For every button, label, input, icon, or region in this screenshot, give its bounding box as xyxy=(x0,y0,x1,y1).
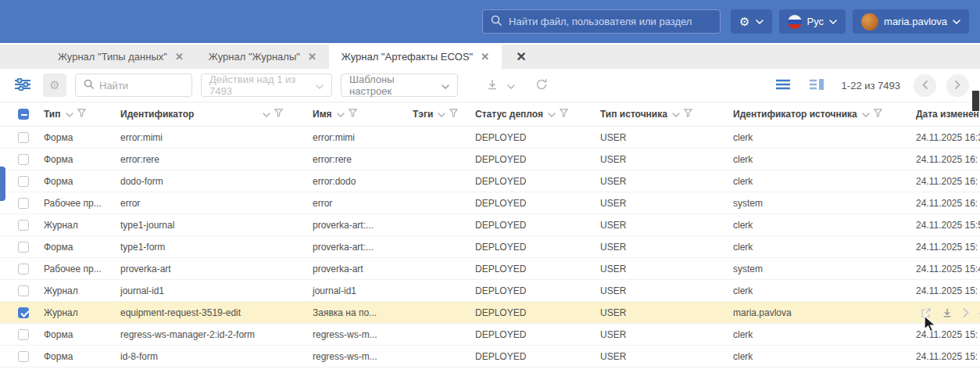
table-row[interactable]: Журнал equipment-request-3519-edit Заявк… xyxy=(0,302,980,324)
table-row[interactable]: Рабочее пр... error error DEPLOYED USER … xyxy=(0,192,980,214)
filter-icon[interactable] xyxy=(560,109,568,120)
cell-deploy-status: DEPLOYED xyxy=(469,264,594,274)
cell-source-type: USER xyxy=(594,351,727,362)
column-header-source-id[interactable]: Идентификатор источника xyxy=(727,109,910,120)
language-switcher[interactable]: Рус xyxy=(779,9,846,34)
sidebar-expand-handle[interactable] xyxy=(0,167,5,201)
close-icon[interactable]: ✕ xyxy=(308,51,317,63)
sort-icon[interactable] xyxy=(263,109,270,120)
column-header-identifier[interactable]: Идентификатор xyxy=(114,109,306,120)
row-checkbox[interactable] xyxy=(18,220,29,231)
cell-type: Рабочее пр... xyxy=(38,264,114,274)
column-header-tags[interactable]: Тэги xyxy=(406,109,469,120)
table-row[interactable]: Рабочее пр... proverka-art proverka-art … xyxy=(0,258,980,280)
sort-icon[interactable] xyxy=(66,109,73,120)
search-icon xyxy=(491,15,502,29)
cell-modified-date: 24.11.2025 16:3 xyxy=(910,132,980,143)
filter-icon[interactable] xyxy=(684,109,692,120)
cell-source-type: USER xyxy=(594,329,727,340)
sort-icon[interactable] xyxy=(672,109,680,120)
actions-dropdown[interactable]: Действия над 1 из 7493 xyxy=(201,74,332,97)
row-checkbox[interactable] xyxy=(18,154,29,165)
filter-icon[interactable] xyxy=(349,109,357,120)
preview-view-button[interactable] xyxy=(805,74,828,97)
sort-icon[interactable] xyxy=(862,109,870,120)
table-row[interactable]: Журнал type1-journal proverka-art:... DE… xyxy=(0,214,980,236)
export-button[interactable] xyxy=(481,74,504,97)
cell-modified-date: 24.11.2025 15: xyxy=(910,285,980,296)
cell-type: Форма xyxy=(38,176,114,187)
journal-settings-button[interactable]: ⚙ xyxy=(43,74,66,97)
cell-identifier: error xyxy=(114,198,306,209)
table-row[interactable]: Форма dodo-form error:dodo DEPLOYED USER… xyxy=(0,170,980,192)
list-view-button[interactable] xyxy=(771,74,795,97)
cell-type: Журнал xyxy=(38,307,114,318)
app-root: ⚙ Рус maria.pavlova Журнал "Типы данных"… xyxy=(0,0,980,373)
row-checkbox[interactable] xyxy=(18,264,29,274)
settings-templates-dropdown[interactable]: Шаблоны настроек xyxy=(341,74,458,97)
cell-type: Форма xyxy=(38,154,114,165)
column-header-deploy-status[interactable]: Статус деплоя xyxy=(469,109,594,120)
close-icon[interactable]: ✕ xyxy=(481,51,489,63)
close-icon[interactable]: ✕ xyxy=(175,51,184,63)
cell-source-id: clerk xyxy=(727,176,910,187)
table-row[interactable]: Форма error:mimi error:mimi DEPLOYED USE… xyxy=(0,127,980,149)
sort-icon[interactable] xyxy=(438,109,445,120)
row-checkbox[interactable] xyxy=(18,198,29,209)
row-checkbox[interactable] xyxy=(18,351,29,362)
filter-icon[interactable] xyxy=(274,109,283,120)
refresh-button[interactable] xyxy=(530,74,553,97)
journal-tabs: Журнал "Типы данных" ✕ Журнал "Журналы" … xyxy=(0,45,980,69)
row-checkbox[interactable] xyxy=(18,242,29,253)
table-row[interactable]: Форма error:rere error:rere DEPLOYED USE… xyxy=(0,149,980,170)
chevron-down-icon[interactable] xyxy=(507,78,515,92)
cell-source-id: clerk xyxy=(727,285,910,296)
row-checkbox-cell xyxy=(9,242,38,253)
tab-journal-ecos-artifacts[interactable]: Журнал "Артефакты ECOS" ✕ xyxy=(329,45,502,69)
cell-modified-date: 24.11.2025 15: xyxy=(910,351,980,362)
column-header-name[interactable]: Имя xyxy=(306,109,406,120)
table-row[interactable]: Форма regress-ws-manager-2:id-2-form reg… xyxy=(0,324,980,346)
table-row[interactable]: Форма type1-form proverka-art:... DEPLOY… xyxy=(0,236,980,258)
journal-toolbar: ⚙ Действия над 1 из 7493 Шаблоны настрое… xyxy=(0,69,980,102)
filter-settings-button[interactable] xyxy=(11,74,34,97)
filter-icon[interactable] xyxy=(449,109,458,120)
journal-search[interactable] xyxy=(75,74,192,97)
cell-modified-date: 24.11.2025 15:5 xyxy=(910,220,980,231)
settings-menu-button[interactable]: ⚙ xyxy=(731,9,771,34)
row-checkbox[interactable] xyxy=(18,132,29,143)
close-icon[interactable]: ✕ xyxy=(516,49,526,64)
journal-search-input[interactable] xyxy=(99,80,184,91)
cell-deploy-status: DEPLOYED xyxy=(469,242,594,253)
tab-journal-journals[interactable]: Журнал "Журналы" ✕ xyxy=(196,45,329,69)
row-checkbox[interactable] xyxy=(18,329,29,340)
sort-icon[interactable] xyxy=(548,109,556,120)
filter-icon[interactable] xyxy=(77,109,86,120)
cell-identifier: dodo-form xyxy=(114,176,306,187)
column-header-modified-date[interactable]: Дата изменен xyxy=(910,109,980,120)
table-row[interactable]: Журнал journal-id1 journal-id1 DEPLOYED … xyxy=(0,280,980,302)
next-page-button[interactable] xyxy=(946,74,969,97)
sort-icon[interactable] xyxy=(337,109,345,120)
tab-journal-data-types[interactable]: Журнал "Типы данных" ✕ xyxy=(45,45,196,69)
chevron-down-icon xyxy=(442,80,449,91)
cell-type: Рабочее пр... xyxy=(38,198,114,209)
row-checkbox[interactable] xyxy=(18,176,29,187)
global-search[interactable] xyxy=(482,9,721,34)
prev-page-button[interactable] xyxy=(914,74,936,97)
scrollbar-thumb[interactable] xyxy=(972,91,979,111)
open-in-new-icon[interactable] xyxy=(921,307,932,318)
row-checkbox[interactable] xyxy=(18,307,29,318)
column-header-type[interactable]: Тип xyxy=(38,109,114,120)
global-search-input[interactable] xyxy=(509,16,712,27)
table-row[interactable]: Форма id-8-form regress-ws-m... DEPLOYED… xyxy=(0,346,980,368)
download-icon[interactable] xyxy=(942,307,953,318)
select-all-checkbox[interactable] xyxy=(18,109,29,120)
user-menu-button[interactable]: maria.pavlova xyxy=(853,9,969,34)
filter-icon[interactable] xyxy=(874,109,882,120)
cell-source-id: clerk xyxy=(727,154,910,165)
row-checkbox[interactable] xyxy=(18,285,29,296)
cell-source-type: USER xyxy=(594,176,727,187)
chevron-right-icon[interactable] xyxy=(963,308,969,317)
column-header-source-type[interactable]: Тип источника xyxy=(594,109,727,120)
